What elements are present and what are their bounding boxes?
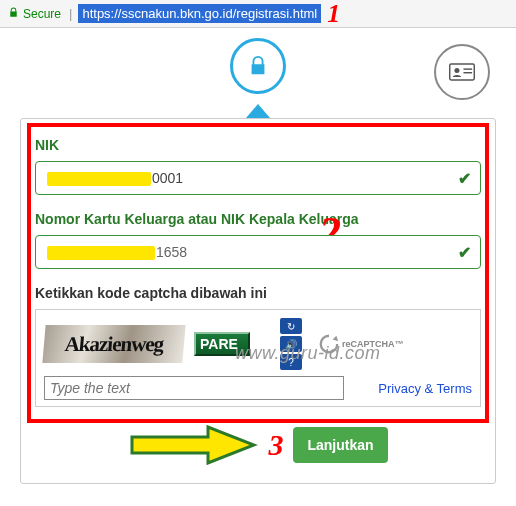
url-text[interactable]: https://sscnakun.bkn.go.id/registrasi.ht… [78, 4, 321, 23]
privacy-terms-link[interactable]: Privacy & Terms [378, 381, 472, 396]
svg-marker-4 [132, 427, 254, 463]
recaptcha-brand: reCAPTCHA™ [342, 339, 404, 349]
id-card-icon [449, 62, 475, 82]
captcha-label: Ketikkan kode captcha dibawah ini [35, 285, 481, 301]
captcha-challenge-image-2: PARE [194, 332, 250, 356]
step-pointer-icon [246, 104, 270, 118]
lock-secure-icon [8, 7, 19, 20]
captcha-bottom-row: Privacy & Terms [44, 376, 472, 400]
action-row: 3 Lanjutkan [35, 425, 481, 465]
captcha-challenge-image-1: Akazienweg [42, 325, 185, 363]
check-icon: ✔ [458, 243, 471, 262]
kk-input-wrap: ✔ www.guru-id.com [35, 235, 481, 269]
svg-point-1 [454, 68, 459, 73]
step-lock-circle [230, 38, 286, 94]
captcha-audio-button[interactable]: 🔊 [280, 336, 302, 352]
annotation-3: 3 [268, 428, 283, 462]
kk-label: Nomor Kartu Keluarga atau NIK Kepala Kel… [35, 211, 481, 227]
svg-rect-3 [463, 72, 472, 73]
captcha-widget: Akazienweg PARE ↻ 🔊 ? reCAPTCHA™ Privacy… [35, 309, 481, 407]
nik-input[interactable] [35, 161, 481, 195]
captcha-input[interactable] [44, 376, 344, 400]
svg-rect-2 [463, 68, 472, 69]
captcha-refresh-button[interactable]: ↻ [280, 318, 302, 334]
recaptcha-logo: reCAPTCHA™ [318, 333, 404, 355]
annotation-1: 1 [327, 0, 340, 29]
captcha-controls: ↻ 🔊 ? [280, 318, 302, 370]
check-icon: ✔ [458, 169, 471, 188]
url-separator: | [69, 6, 72, 21]
annotation-arrow-icon [128, 425, 258, 465]
nik-input-wrap: ✔ 2 [35, 161, 481, 195]
lock-icon [247, 55, 269, 77]
kk-input[interactable] [35, 235, 481, 269]
page-body: NIK ✔ 2 Nomor Kartu Keluarga atau NIK Ke… [0, 28, 516, 504]
step-id-circle [434, 44, 490, 100]
step-header [20, 38, 496, 118]
recaptcha-icon [318, 333, 340, 355]
browser-address-bar: Secure | https://sscnakun.bkn.go.id/regi… [0, 0, 516, 28]
nik-label: NIK [35, 137, 481, 153]
registration-panel: NIK ✔ 2 Nomor Kartu Keluarga atau NIK Ke… [20, 118, 496, 484]
captcha-challenge-row: Akazienweg PARE ↻ 🔊 ? reCAPTCHA™ [44, 318, 472, 370]
submit-button[interactable]: Lanjutkan [293, 427, 387, 463]
secure-label: Secure [23, 7, 61, 21]
captcha-help-button[interactable]: ? [280, 354, 302, 370]
